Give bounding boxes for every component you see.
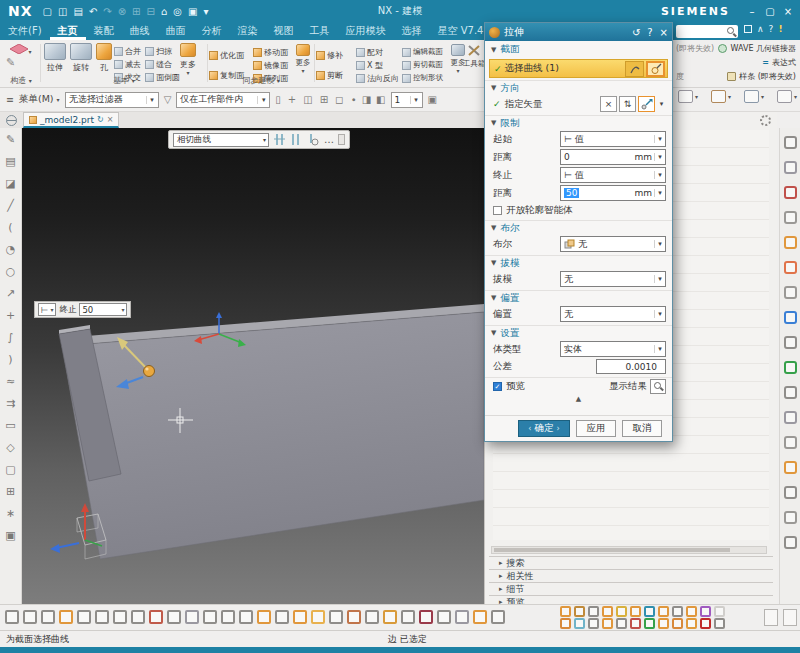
ribbon-command[interactable]: 减去 xyxy=(114,58,141,70)
more-options-icon[interactable]: … xyxy=(324,134,334,145)
selection-tool-icon[interactable]: ◫ xyxy=(303,94,312,105)
ribbon-tab[interactable]: 分析 xyxy=(194,22,230,40)
ribbon-command[interactable]: 配对 xyxy=(356,46,402,58)
view-tool-icon[interactable] xyxy=(784,436,797,449)
view-tool-icon[interactable] xyxy=(784,186,797,199)
dialog-close-button[interactable]: × xyxy=(660,27,668,38)
bottom-tool-icon[interactable] xyxy=(365,610,379,624)
more-button-basic[interactable]: 更多 ▾ xyxy=(178,43,198,75)
section-header-offset[interactable]: ▼偏置 xyxy=(485,290,672,305)
curve-tool-icon[interactable]: ∫ xyxy=(8,331,14,344)
sketch-curve-button[interactable]: ✎ xyxy=(2,56,40,69)
ribbon-command[interactable]: X 型 xyxy=(356,59,402,71)
selection-tool-icon[interactable]: ▯ xyxy=(275,94,281,105)
selection-tool-icon[interactable]: ∙ xyxy=(350,94,356,105)
ribbon-command[interactable]: 编辑截面 xyxy=(402,46,450,58)
quick-access-icon[interactable]: ▤ xyxy=(73,6,82,17)
curve-chain-icon[interactable] xyxy=(307,133,320,146)
view-tool-icon[interactable] xyxy=(784,536,797,549)
view-tool-icon[interactable] xyxy=(784,511,797,524)
curve-rule-dropdown[interactable]: 相切曲线▾ xyxy=(173,133,269,147)
bottom-tool-icon[interactable] xyxy=(602,618,613,629)
bottom-tool-icon[interactable] xyxy=(419,610,433,624)
curve-tool-icon[interactable]: ◔ xyxy=(6,243,16,256)
bottom-tool-icon[interactable] xyxy=(644,606,655,617)
bottom-tool-icon[interactable] xyxy=(574,618,585,629)
view-tool-icon[interactable] xyxy=(784,161,797,174)
select-curve-row[interactable]: ✓ 选择曲线 (1) xyxy=(489,59,668,78)
ribbon-command[interactable]: 扫掠 xyxy=(145,45,180,57)
filter-icon[interactable]: ▽ xyxy=(164,94,172,105)
cancel-button[interactable]: 取消 xyxy=(622,420,662,437)
body-type-dropdown[interactable]: 实体▾ xyxy=(560,341,666,357)
quick-access-icon[interactable]: ▾ xyxy=(203,6,208,17)
ribbon-command[interactable]: 移动面 xyxy=(253,46,295,58)
maximize-button[interactable]: ▢ xyxy=(762,6,778,17)
offset-dropdown[interactable]: 无▾ xyxy=(560,306,666,322)
expression-item[interactable]: 表达式 xyxy=(772,57,796,68)
clear-vector-button[interactable]: × xyxy=(600,96,617,112)
view-tool-icon[interactable] xyxy=(784,486,797,499)
bottom-tool-icon[interactable] xyxy=(329,610,343,624)
curve-tool-icon[interactable]: ∗ xyxy=(6,507,15,520)
curve-tool-icon[interactable]: + xyxy=(6,309,15,322)
selection-filter-dropdown[interactable]: 无选择过滤器▾ xyxy=(65,92,159,108)
bottom-tool-icon[interactable] xyxy=(473,610,487,624)
quick-access-icon[interactable]: ◎ xyxy=(173,6,182,17)
view-tool-icon[interactable] xyxy=(784,136,797,149)
curve-tool-icon[interactable]: ○ xyxy=(6,265,16,278)
menu-button[interactable]: 菜单(M) ▾ xyxy=(19,93,60,106)
ribbon-command[interactable]: 法向反向 xyxy=(356,72,402,84)
horizontal-scrollbar[interactable] xyxy=(491,546,767,554)
bottom-tool-icon[interactable] xyxy=(700,606,711,617)
ribbon-tab[interactable]: 文件(F) xyxy=(0,22,50,40)
bottom-tool-icon[interactable] xyxy=(560,606,571,617)
ribbon-tab[interactable]: 工具 xyxy=(302,22,338,40)
limit-type-dropdown[interactable]: ⊢▾ xyxy=(38,303,56,316)
curve-tool-icon[interactable]: ⇉ xyxy=(6,397,15,410)
bottom-tool-icon[interactable] xyxy=(644,618,655,629)
copy-display-icon[interactable]: ▣ xyxy=(428,94,437,105)
end-distance-input[interactable]: 50 mm ▾ xyxy=(560,185,666,201)
bottom-tool-icon[interactable] xyxy=(167,610,181,624)
bottom-tool-icon[interactable] xyxy=(630,618,641,629)
ribbon-tab[interactable]: 装配 xyxy=(86,22,122,40)
ribbon-command[interactable]: 修补 xyxy=(316,49,356,61)
section-header-settings[interactable]: ▼设置 xyxy=(485,325,672,340)
ribbon-tab[interactable]: 星空 V7.4 xyxy=(430,22,492,40)
view-tool-icon[interactable] xyxy=(784,236,797,249)
bottom-tool-icon[interactable] xyxy=(41,610,55,624)
bottom-tool-icon[interactable] xyxy=(672,618,683,629)
ribbon-command[interactable]: 缝合 xyxy=(145,58,180,70)
slab-face[interactable] xyxy=(62,312,484,559)
bottom-tool-icon[interactable] xyxy=(588,618,599,629)
dialog-collapse-arrow[interactable]: ▲ xyxy=(485,394,672,404)
document-tab[interactable]: _model2.prt ↻ × xyxy=(23,112,119,128)
section-header-draft[interactable]: ▼拔模 xyxy=(485,255,672,270)
ribbon-command[interactable]: 镜像面 xyxy=(253,59,295,71)
vector-options-caret[interactable]: ▾ xyxy=(657,100,666,108)
bottom-tool-icon[interactable] xyxy=(5,610,19,624)
bottom-tool-icon[interactable] xyxy=(203,610,217,624)
bottom-tool-icon[interactable] xyxy=(59,610,73,624)
view-tool-icon[interactable] xyxy=(784,411,797,424)
bottom-tool-icon[interactable] xyxy=(185,610,199,624)
follow-fillet-icon[interactable] xyxy=(290,133,303,146)
fullscreen-icon[interactable] xyxy=(744,25,752,33)
view-tool-icon[interactable] xyxy=(784,261,797,274)
bottom-tool-icon[interactable] xyxy=(616,618,627,629)
view-tool-icon[interactable] xyxy=(784,461,797,474)
bottom-tool-icon[interactable] xyxy=(714,606,725,617)
bottom-tool-icon[interactable] xyxy=(23,610,37,624)
dialog-help-button[interactable]: ? xyxy=(647,27,652,38)
start-distance-input[interactable]: 0 mm ▾ xyxy=(560,149,666,165)
ribbon-command[interactable]: 控制形状 xyxy=(402,72,450,84)
bottom-tool-icon[interactable] xyxy=(455,610,469,624)
tab-pin-icon[interactable]: ↻ xyxy=(97,115,104,124)
view-tool-icon[interactable] xyxy=(784,286,797,299)
bottom-tool-icon[interactable] xyxy=(574,606,585,617)
bottom-tool-icon[interactable] xyxy=(221,610,235,624)
gear-icon[interactable] xyxy=(760,115,771,126)
bottom-tool-icon[interactable] xyxy=(560,618,571,629)
curve-rule-button[interactable] xyxy=(625,61,644,77)
